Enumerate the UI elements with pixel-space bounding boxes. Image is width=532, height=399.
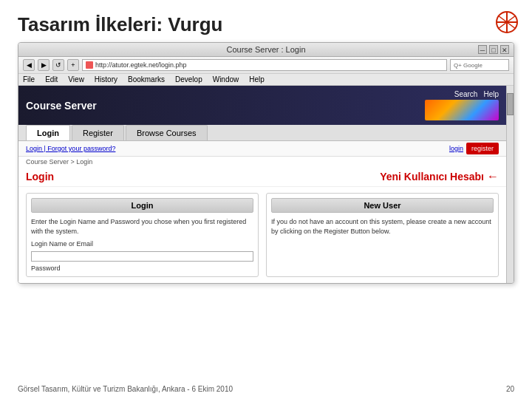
browser-titlebar: Course Server : Login ─ □ ✕ <box>18 43 514 57</box>
menu-bookmarks[interactable]: Bookmarks <box>128 75 165 83</box>
site-header: Course Server Search Help <box>18 86 506 125</box>
help-link[interactable]: Help <box>483 90 499 98</box>
footer-text: Görsel Tasarım, Kültür ve Turizm Bakanlı… <box>18 385 233 393</box>
nav-icon <box>495 10 519 34</box>
login-box: Login Enter the Login Name and Password … <box>26 193 259 277</box>
password-label: Password <box>31 265 253 272</box>
register-link[interactable]: register <box>466 143 499 154</box>
nav-tabs: Login Register Browse Courses <box>18 125 506 141</box>
menu-develop[interactable]: Develop <box>175 75 202 83</box>
browser-frame: Course Server Search Help Login Register… <box>18 86 514 283</box>
site-logo: Course Server <box>26 100 97 112</box>
two-columns: Login Enter the Login Name and Password … <box>18 187 506 283</box>
header-image <box>425 100 499 120</box>
browser-main: Course Server Search Help Login Register… <box>18 86 506 283</box>
page-footer: Görsel Tasarım, Kültür ve Turizm Bakanlı… <box>18 385 514 393</box>
address-bar[interactable]: http://atutor.egtek.net/login.php <box>82 59 447 71</box>
menu-file[interactable]: File <box>23 75 35 83</box>
login-bar-left: Login | Forgot your password? <box>26 145 115 152</box>
maximize-btn[interactable]: □ <box>489 45 498 54</box>
new-user-box: New User If you do not have an account o… <box>266 193 499 277</box>
page-title: Tasarım İlkeleri: Vurgu <box>0 0 532 42</box>
new-user-description: If you do not have an account on this sy… <box>271 217 494 236</box>
login-link[interactable]: login <box>449 145 463 152</box>
browser-window: Course Server : Login ─ □ ✕ ◀ ▶ ↺ + http… <box>18 42 514 284</box>
favicon <box>86 61 93 69</box>
login-box-header: Login <box>31 198 253 213</box>
close-btn[interactable]: ✕ <box>500 45 509 54</box>
breadcrumb: Course Server > Login <box>18 157 506 167</box>
page-header-row: Login Yeni Kullanıcı Hesabı ← <box>18 167 506 187</box>
back-button[interactable]: ◀ <box>23 59 35 71</box>
breadcrumb-text: Course Server > Login <box>26 158 92 166</box>
browser-menubar: File Edit View History Bookmarks Develop… <box>18 74 514 86</box>
tab-login[interactable]: Login <box>26 125 70 140</box>
login-bar: Login | Forgot your password? login regi… <box>18 141 506 157</box>
emphasis-text: Yeni Kullanıcı Hesabı ← <box>380 170 499 183</box>
page-number: 20 <box>506 385 514 393</box>
scrollbar[interactable] <box>506 86 514 283</box>
menu-edit[interactable]: Edit <box>45 75 58 83</box>
search-link[interactable]: Search <box>454 90 478 98</box>
login-box-description: Enter the Login Name and Password you ch… <box>31 217 253 236</box>
menu-window[interactable]: Window <box>213 75 239 83</box>
window-controls: ─ □ ✕ <box>478 45 509 54</box>
new-user-box-header: New User <box>271 198 494 213</box>
address-text: http://atutor.egtek.net/login.php <box>95 61 187 69</box>
browser-toolbar: ◀ ▶ ↺ + http://atutor.egtek.net/login.ph… <box>18 57 514 74</box>
website-content: Course Server Search Help Login Register… <box>18 86 506 283</box>
tab-register[interactable]: Register <box>72 125 124 140</box>
emphasis-label: Yeni Kullanıcı Hesabı <box>380 171 484 183</box>
menu-help[interactable]: Help <box>249 75 265 83</box>
menu-history[interactable]: History <box>95 75 117 83</box>
browser-title: Course Server : Login <box>227 45 306 54</box>
login-name-input[interactable] <box>31 251 253 262</box>
login-bar-right: login register <box>449 143 499 154</box>
scrollbar-thumb[interactable] <box>507 93 514 115</box>
reload-button[interactable]: ↺ <box>52 59 64 71</box>
header-right: Search Help <box>425 90 499 120</box>
search-bar[interactable]: Q+ Google <box>450 59 509 71</box>
login-name-label: Login Name or Email <box>31 240 253 248</box>
tab-browse[interactable]: Browse Courses <box>126 125 208 140</box>
header-links: Search Help <box>454 90 499 98</box>
forward-button[interactable]: ▶ <box>38 59 50 71</box>
page-heading: Login <box>26 171 54 183</box>
arrow-left-icon: ← <box>487 170 499 183</box>
minimize-btn[interactable]: ─ <box>478 45 487 54</box>
add-tab-button[interactable]: + <box>67 59 79 71</box>
menu-view[interactable]: View <box>68 75 84 83</box>
search-placeholder: Q+ Google <box>454 62 482 69</box>
